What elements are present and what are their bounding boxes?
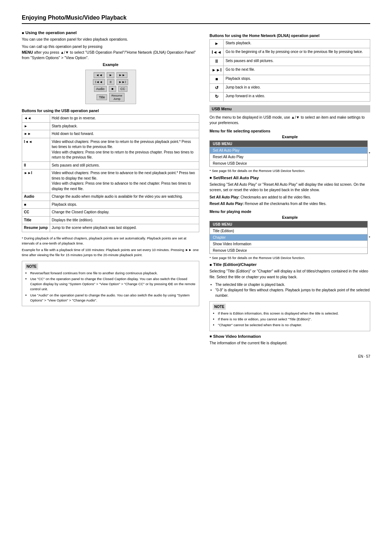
remote-btn-title: Title	[97, 94, 107, 100]
reset-all-text: Reset All Auto Play: Remove all the chec…	[209, 201, 370, 206]
table-cell-key: ►	[210, 40, 224, 48]
remote-btn-rw: ◄◄	[94, 72, 105, 78]
page-number: EN · 57	[22, 354, 370, 358]
table-cell-key: Resume jump	[22, 224, 50, 232]
table-row: ►►I Go to the next file.	[210, 66, 370, 75]
using-panel-para2: You can call up this operation panel by …	[22, 44, 199, 61]
note-title: NOTE	[25, 263, 38, 270]
table-row: ◄◄ Hold down to go in reverse.	[22, 115, 199, 123]
remote-btn-next: ►►I	[117, 79, 128, 85]
remote-btn-cc: CC	[118, 86, 127, 92]
buttons-usb-heading: Buttons for using the USB operation pane…	[22, 108, 199, 113]
asterisk-note-file: * See page 55 for details on the Remove …	[209, 168, 370, 173]
table-row: CC Change the Closed Caption display.	[22, 209, 199, 217]
example-label-remote: Example	[22, 62, 199, 67]
remote-box: ◄◄ ► ►► I◄◄ II ►►I Audio ■ CC Title Resu…	[85, 70, 136, 104]
table-cell-val: Sets pauses and still pictures.	[50, 161, 199, 169]
table-cell-key: I◄◄	[22, 138, 50, 161]
table-cell-key: Audio	[22, 193, 50, 201]
table-row: ↺ Jump back in a video.	[210, 83, 370, 92]
set-reset-heading: Set/Reset All Auto Play	[209, 176, 370, 180]
table-cell-key: ↺	[210, 83, 224, 92]
table-row: ■ Playback stops.	[210, 75, 370, 83]
list-item: "Chapter" cannot be selected when there …	[218, 323, 367, 328]
remote-btn-ff: ►►	[117, 72, 127, 78]
title-chapter-bullets: The selected title or chapter is played …	[209, 282, 370, 298]
remote-control-image: ◄◄ ► ►► I◄◄ II ►►I Audio ■ CC Title Resu…	[22, 70, 199, 104]
table-cell-val: Video without chapters: Press one time t…	[50, 169, 199, 193]
remote-btn-audio: Audio	[94, 86, 107, 92]
list-item: If there is no title or edition, you can…	[218, 317, 367, 322]
table-cell-key: ►►	[22, 130, 50, 138]
using-panel-para1: You can use the operation panel for vide…	[22, 37, 199, 42]
table-row: ►► Hold down to fast forward.	[22, 130, 199, 138]
table-cell-val: Playback stops.	[224, 75, 370, 83]
set-all-text: Set All Auto Play: Checkmarks are added …	[209, 194, 370, 200]
menu-playing-heading: Menu for playing mode	[209, 209, 370, 214]
using-panel-heading: Using the operation panel	[22, 30, 199, 35]
asterisk-note-playing: * See page 55 for details on the Remove …	[209, 255, 370, 260]
table-cell-val: Starts playback.	[50, 122, 199, 130]
note-box-right: NOTE If there is Edition information, th…	[209, 301, 370, 331]
playing-menu-box: USB MENU Title (Edition) Chapter Show Vi…	[209, 221, 367, 254]
menu-file-select-heading: Menu for file selecting operations	[209, 129, 370, 133]
usb-menu-item-show-info: Show Video Information	[210, 241, 367, 247]
table-cell-val: Sets pauses and still pictures.	[224, 57, 370, 66]
table-cell-key: I◄◄	[210, 48, 224, 57]
table-cell-val: Displays the title (edition).	[50, 216, 199, 224]
usb-menu-item-chapter: Chapter	[210, 234, 367, 241]
table-cell-key: Title	[22, 216, 50, 224]
table-row: Resume jump Jump to the scene where play…	[22, 224, 199, 232]
table-cell-key: II	[210, 57, 224, 66]
table-row: ↻ Jump forward in a video.	[210, 93, 370, 101]
table-cell-key: II	[22, 161, 50, 169]
remote-btn-pause: II	[107, 79, 114, 85]
asterisk-mark-2: *	[369, 235, 370, 240]
table-cell-val: Change the audio when multiple audio is …	[50, 193, 199, 201]
usb-buttons-table: ◄◄ Hold down to go in reverse. ► Starts …	[22, 114, 199, 232]
table-row: Title Displays the title (edition).	[22, 216, 199, 224]
table-cell-key: ►►I	[22, 169, 50, 193]
show-video-heading: Show Video Information	[209, 334, 370, 338]
table-row: I◄◄ Video without chapters: Press one ti…	[22, 138, 199, 161]
table-cell-key: ►	[22, 122, 50, 130]
table-cell-key: ↻	[210, 93, 224, 101]
dlna-buttons-heading: Buttons for using the Home Network (DLNA…	[209, 33, 370, 38]
note-list: Reverse/fast forward continues from one …	[25, 271, 196, 303]
note-box-left: NOTE Reverse/fast forward continues from…	[22, 261, 199, 307]
table-cell-key: ■	[22, 201, 50, 209]
title-chapter-para: Selecting "Title (Edition)" or "Chapter"…	[209, 268, 370, 280]
table-row: ►►I Video without chapters: Press one ti…	[22, 169, 199, 193]
usb-menu-para: On the menu to be displayed in USB mode,…	[209, 115, 370, 126]
usb-menu-item-remove-usb: Remove USB Device	[210, 160, 367, 167]
file-select-menu-box: USB MENU Set All Auto Play Reset All Aut…	[209, 140, 367, 167]
list-item: If there is Edition information, this sc…	[218, 311, 367, 316]
list-item: Use "CC" on the operation panel to chang…	[30, 276, 196, 292]
table-cell-key: ►►I	[210, 66, 224, 75]
table-row: II Sets pauses and still pictures.	[210, 57, 370, 66]
usb-menu-section-heading: USB Menu	[209, 105, 370, 112]
table-row: ► Starts playback.	[210, 40, 370, 48]
table-cell-key: ◄◄	[22, 115, 50, 123]
table-cell-val: Playback stops.	[50, 201, 199, 209]
remote-btn-stop: ■	[109, 86, 116, 92]
table-cell-val: Jump to the scene where playback was las…	[50, 224, 199, 232]
example-label-file-select: Example	[209, 135, 370, 139]
table-cell-val: Video without chapters: Press one time t…	[50, 138, 199, 161]
title-chapter-heading: Title (Edition)/Chapter	[209, 262, 370, 267]
table-row: II Sets pauses and still pictures.	[22, 161, 199, 169]
note-title-right: NOTE	[213, 304, 226, 310]
right-column: Buttons for using the Home Network (DLNA…	[209, 30, 370, 347]
note-list-right: If there is Edition information, this sc…	[213, 311, 367, 328]
footnote1: * During playback of a file without chap…	[22, 236, 199, 246]
table-cell-val: Jump forward in a video.	[224, 93, 370, 101]
set-reset-para: Selecting "Set All Auto Play" or "Reset …	[209, 182, 370, 193]
table-cell-val: Starts playback.	[224, 40, 370, 48]
show-video-para: The information of the current file is d…	[209, 340, 370, 346]
usb-menu-item-remove-usb-2: Remove USB Device	[210, 247, 367, 254]
asterisk-mark: *	[369, 151, 370, 156]
page-title: Enjoying Photo/Music/Video Playback	[22, 15, 370, 24]
table-row: Audio Change the audio when multiple aud…	[22, 193, 199, 201]
example-label-playing: Example	[209, 215, 370, 219]
list-item: The selected title or chapter is played …	[215, 282, 370, 287]
